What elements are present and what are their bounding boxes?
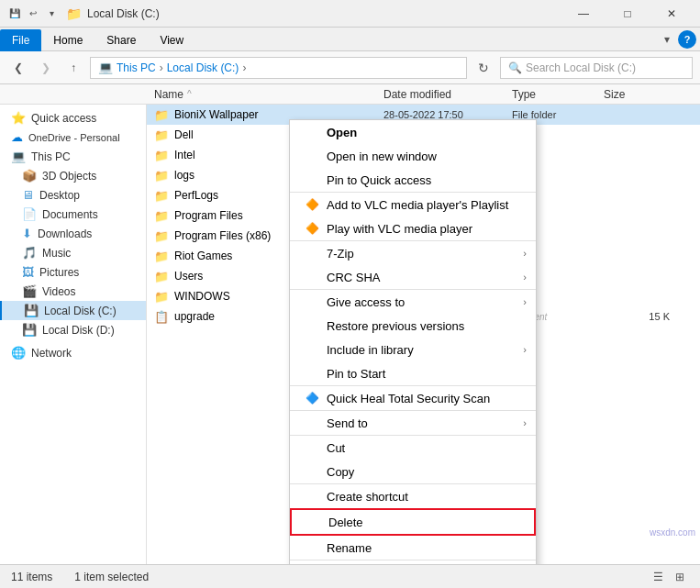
- help-button[interactable]: ?: [678, 30, 696, 49]
- cm-item-copy[interactable]: Copy: [290, 460, 536, 483]
- search-icon: 🔍: [508, 61, 522, 74]
- search-box[interactable]: 🔍 Search Local Disk (C:): [500, 57, 693, 79]
- cm-item-add-vlc[interactable]: 🔶 Add to VLC media player's Playlist: [290, 192, 536, 216]
- sidebar-item-quick-access[interactable]: ⭐ Quick access: [0, 108, 146, 128]
- cm-item-properties[interactable]: Properties: [290, 560, 536, 564]
- share-icon: [305, 294, 319, 309]
- tab-home[interactable]: Home: [41, 29, 94, 51]
- cut-icon: [305, 440, 319, 455]
- cm-item-give-access[interactable]: Give access to ›: [290, 289, 536, 314]
- cm-item-include-library[interactable]: Include in library ›: [290, 338, 536, 361]
- cm-item-rename[interactable]: Rename: [290, 536, 536, 560]
- close-button[interactable]: ✕: [650, 0, 693, 28]
- large-icons-view-button[interactable]: ⊞: [671, 568, 689, 586]
- tab-share[interactable]: Share: [94, 29, 148, 51]
- ribbon-tabs: File Home Share View ▾ ?: [0, 28, 700, 51]
- submenu-arrow: ›: [523, 296, 527, 307]
- folder-icon: 📁: [154, 209, 169, 223]
- cm-item-quick-heal[interactable]: 🔷 Quick Heal Total Security Scan: [290, 385, 536, 410]
- path-this-pc[interactable]: This PC: [117, 61, 156, 74]
- pictures-icon: 🖼: [22, 265, 34, 279]
- music-icon: 🎵: [22, 246, 37, 260]
- cm-item-7zip[interactable]: 7-Zip ›: [290, 240, 536, 265]
- cm-item-open-new-window[interactable]: Open in new window: [290, 144, 536, 168]
- delete-icon: [306, 515, 321, 529]
- path-local-disk[interactable]: Local Disk (C:): [167, 61, 239, 74]
- back-button[interactable]: ❮: [7, 57, 29, 79]
- path-icon: 💻: [98, 61, 113, 74]
- sidebar-item-documents[interactable]: 📄 Documents: [0, 205, 146, 224]
- this-pc-icon: 💻: [11, 150, 26, 163]
- shortcut-icon: [305, 489, 319, 504]
- title-bar-title: 📁 Local Disk (C:): [66, 6, 562, 21]
- sidebar-item-local-disk-c[interactable]: 💾 Local Disk (C:): [0, 301, 146, 320]
- cm-item-restore-previous[interactable]: Restore previous versions: [290, 314, 536, 338]
- cm-item-send-to[interactable]: Send to ›: [290, 410, 536, 435]
- network-icon: 🌐: [11, 346, 26, 360]
- folder-icon: 📁: [154, 290, 169, 304]
- sidebar-item-this-pc[interactable]: 💻 This PC: [0, 147, 146, 166]
- title-folder-icon: 📁: [66, 6, 82, 21]
- cm-item-pin-start[interactable]: Pin to Start: [290, 361, 536, 385]
- ribbon-expand-button[interactable]: ▾: [656, 28, 678, 50]
- up-button[interactable]: ↑: [62, 57, 84, 79]
- folder-icon: 📁: [154, 169, 169, 183]
- col-header-type[interactable]: Type: [505, 88, 596, 101]
- sidebar-item-videos[interactable]: 🎬 Videos: [0, 282, 146, 301]
- sidebar-item-downloads[interactable]: ⬇ Downloads: [0, 224, 146, 243]
- cm-item-create-shortcut[interactable]: Create shortcut: [290, 483, 536, 508]
- minimize-button[interactable]: —: [562, 0, 605, 28]
- details-view-button[interactable]: ☰: [649, 568, 667, 586]
- local-disk-d-icon: 💾: [22, 323, 37, 337]
- tab-file[interactable]: File: [0, 29, 41, 51]
- sidebar-item-local-disk-d[interactable]: 💾 Local Disk (D:): [0, 320, 146, 339]
- cm-item-delete[interactable]: Delete: [290, 508, 536, 536]
- address-path[interactable]: 💻 This PC › Local Disk (C:) ›: [90, 57, 467, 79]
- folder-icon: 📁: [154, 128, 169, 142]
- cm-item-pin-quick-access[interactable]: Pin to Quick access: [290, 168, 536, 192]
- refresh-button[interactable]: ↻: [472, 57, 494, 79]
- sidebar-item-desktop[interactable]: 🖥 Desktop: [0, 185, 146, 205]
- cm-item-play-vlc[interactable]: 🔶 Play with VLC media player: [290, 216, 536, 240]
- quick-heal-icon: 🔷: [305, 391, 319, 405]
- submenu-arrow: ›: [523, 344, 527, 355]
- submenu-arrow: ›: [523, 417, 527, 428]
- open-icon: [305, 125, 319, 139]
- cm-item-open[interactable]: Open: [290, 120, 536, 144]
- col-header-size[interactable]: Size: [596, 88, 670, 101]
- address-bar: ❮ ❯ ↑ 💻 This PC › Local Disk (C:) › ↻ 🔍 …: [0, 51, 700, 84]
- submenu-arrow: ›: [523, 248, 527, 259]
- sidebar-item-onedrive[interactable]: ☁ OneDrive - Personal: [0, 128, 146, 147]
- sidebar-item-network[interactable]: 🌐 Network: [0, 343, 146, 362]
- tb-icon-undo[interactable]: ↩: [26, 6, 40, 21]
- maximize-button[interactable]: □: [606, 0, 649, 28]
- window-controls: — □ ✕: [562, 0, 693, 28]
- col-header-date[interactable]: Date modified: [376, 88, 505, 101]
- selected-count: 1 item selected: [74, 571, 149, 583]
- library-icon: [305, 342, 319, 357]
- restore-icon: [305, 318, 319, 333]
- cm-item-cut[interactable]: Cut: [290, 435, 536, 460]
- path-separator-1: ›: [160, 61, 163, 74]
- cm-item-crc-sha[interactable]: CRC SHA ›: [290, 265, 536, 289]
- main-layout: ⭐ Quick access ☁ OneDrive - Personal 💻 T…: [0, 105, 700, 564]
- tb-icon-save[interactable]: 💾: [7, 6, 22, 21]
- quick-access-icon: ⭐: [11, 111, 26, 125]
- col-header-name[interactable]: Name ^: [147, 88, 376, 101]
- documents-icon: 📄: [22, 207, 37, 221]
- doc-icon: 📋: [154, 310, 169, 324]
- folder-icon: 📁: [154, 270, 169, 283]
- tab-view[interactable]: View: [148, 29, 195, 51]
- status-bar: 11 items 1 item selected ☰ ⊞: [0, 564, 700, 588]
- path-separator-2: ›: [242, 61, 246, 74]
- folder-icon: 📁: [154, 229, 169, 243]
- tb-icon-menu[interactable]: ▾: [44, 6, 59, 21]
- file-size: 15 K: [604, 311, 677, 322]
- sidebar-item-3d-objects[interactable]: 📦 3D Objects: [0, 166, 146, 185]
- desktop-icon: 🖥: [22, 188, 34, 202]
- 7zip-icon: [305, 246, 319, 261]
- forward-button[interactable]: ❯: [35, 57, 57, 79]
- pin-icon: [305, 172, 319, 187]
- sidebar-item-music[interactable]: 🎵 Music: [0, 243, 146, 262]
- sidebar-item-pictures[interactable]: 🖼 Pictures: [0, 262, 146, 282]
